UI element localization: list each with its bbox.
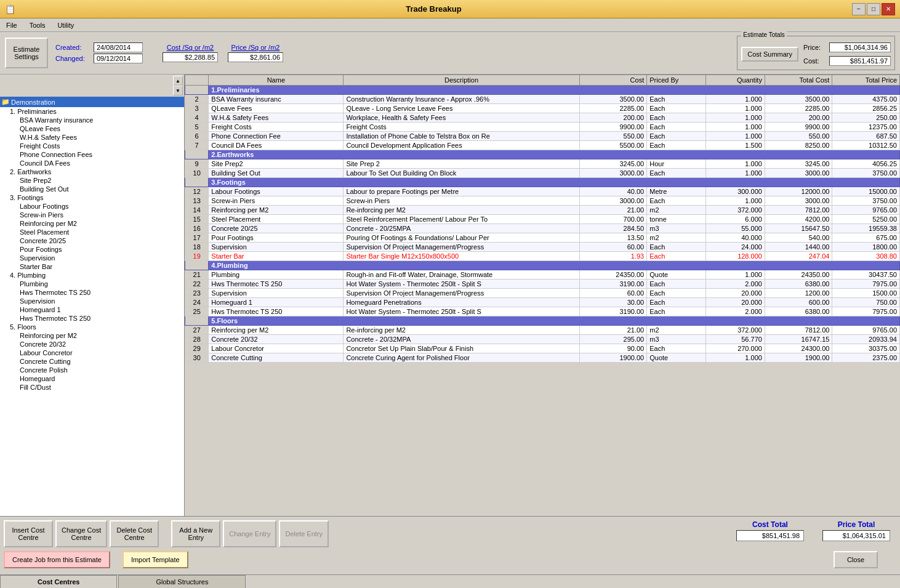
table-row[interactable]: 19559.38 (832, 224, 900, 233)
table-row[interactable]: 29 (185, 344, 209, 353)
cost-total-value[interactable] (736, 530, 804, 541)
table-row[interactable]: Steel Placement (209, 215, 344, 224)
table-row[interactable]: Each (647, 280, 706, 289)
table-row[interactable]: m2 (647, 206, 706, 215)
table-row[interactable]: Supervision (209, 289, 344, 298)
table-row[interactable]: 12000.00 (765, 187, 832, 196)
table-row[interactable]: 3000.00 (579, 169, 647, 178)
table-row[interactable]: 13.50 (579, 233, 647, 243)
table-row[interactable]: Each (647, 123, 706, 132)
table-row[interactable]: 1.000 (706, 113, 765, 123)
table-row[interactable]: Hot Water System - Thermotec 250lt - Spl… (344, 307, 579, 316)
table-row[interactable]: Site Prep 2 (344, 159, 579, 169)
table-row[interactable]: Concrete 20/32 (209, 335, 344, 344)
table-row[interactable]: 372.000 (706, 326, 765, 335)
table-row[interactable]: 25 (185, 307, 209, 316)
table-row[interactable]: 9900.00 (579, 123, 647, 132)
table-row[interactable]: 3000.00 (579, 196, 647, 206)
list-item[interactable]: Labour Footings (0, 202, 184, 211)
changed-input[interactable] (94, 54, 143, 63)
table-row[interactable]: 55.000 (706, 224, 765, 233)
list-item[interactable]: Concrete Cutting (0, 357, 184, 366)
tree-item-floors[interactable]: 5. Floors (0, 323, 184, 331)
table-row[interactable]: 3245.00 (765, 159, 832, 169)
table-row[interactable]: 1200.00 (765, 289, 832, 298)
table-row[interactable]: 60.00 (579, 289, 647, 298)
table-row[interactable]: 9900.00 (765, 123, 832, 132)
table-row[interactable]: Reinforcing per M2 (209, 326, 344, 335)
table-row[interactable]: Pour Footings (209, 233, 344, 243)
table-row[interactable]: 2285.00 (579, 104, 647, 113)
add-new-entry-button[interactable]: Add a New Entry (171, 520, 220, 547)
table-row[interactable]: 9 (185, 159, 209, 169)
minimize-button[interactable]: − (852, 3, 866, 15)
table-row[interactable]: 14 (185, 206, 209, 215)
created-input[interactable] (94, 42, 143, 52)
table-row[interactable]: 15 (185, 215, 209, 224)
table-row[interactable]: 4 (185, 113, 209, 123)
table-row[interactable]: 2285.00 (765, 104, 832, 113)
table-row[interactable]: 308.80 (832, 252, 900, 261)
table-row[interactable]: 3 (185, 104, 209, 113)
table-row[interactable]: 12 (185, 187, 209, 196)
list-item[interactable]: Fill C/Dust (0, 383, 184, 392)
table-row[interactable]: Each (647, 95, 706, 104)
table-row[interactable]: 17 (185, 233, 209, 243)
menu-tools[interactable]: Tools (26, 20, 49, 30)
table-row[interactable]: Freight Costs (209, 123, 344, 132)
tree-root-item[interactable]: 📁 Demonstration (0, 97, 184, 107)
create-job-button[interactable]: Create Job from this Estimate (4, 551, 110, 568)
table-row[interactable]: Hour (647, 159, 706, 169)
table-row[interactable]: Each (647, 243, 706, 252)
table-row[interactable]: 600.00 (765, 298, 832, 307)
table-row[interactable]: 24350.00 (765, 270, 832, 280)
table-row[interactable]: 750.00 (832, 298, 900, 307)
table-row[interactable]: 5 (185, 123, 209, 132)
close-window-button[interactable]: ✕ (882, 3, 895, 15)
table-row[interactable]: 3190.00 (579, 307, 647, 316)
list-item[interactable]: Building Set Out (0, 185, 184, 193)
table-row[interactable]: Metre (647, 187, 706, 196)
tab-global-structures[interactable]: Global Structures (118, 575, 246, 588)
list-item[interactable]: Steel Placement (0, 228, 184, 236)
table-row[interactable]: 9765.00 (832, 206, 900, 215)
table-row[interactable]: 23 (185, 289, 209, 298)
table-row[interactable]: 540.00 (765, 233, 832, 243)
table-row[interactable]: 1.000 (706, 169, 765, 178)
table-row[interactable]: 6 (185, 132, 209, 141)
table-row[interactable]: m2 (647, 233, 706, 243)
change-entry-button[interactable]: Change Entry (223, 520, 276, 547)
list-item[interactable]: Supervision (0, 297, 184, 305)
tab-cost-centres[interactable]: Cost Centres (0, 575, 117, 588)
table-row[interactable]: Re-inforcing per M2 (344, 206, 579, 215)
table-row[interactable]: 1900.00 (579, 353, 647, 363)
table-row[interactable]: Screw-in Piers (344, 196, 579, 206)
table-row[interactable]: 3245.00 (579, 159, 647, 169)
table-row[interactable]: 12375.00 (832, 123, 900, 132)
close-button[interactable]: Close (834, 551, 878, 568)
table-row[interactable]: 1800.00 (832, 243, 900, 252)
table-row[interactable]: 687.50 (832, 132, 900, 141)
table-row[interactable]: 30.00 (579, 298, 647, 307)
table-row[interactable]: 24 (185, 298, 209, 307)
table-row[interactable]: 1.93 (579, 252, 647, 261)
table-row[interactable]: m2 (647, 326, 706, 335)
table-row[interactable]: Homeguard Penetrations (344, 298, 579, 307)
list-item[interactable]: Labour Concretor (0, 348, 184, 357)
table-row[interactable]: 4200.00 (765, 215, 832, 224)
table-row[interactable]: 1900.00 (765, 353, 832, 363)
table-row[interactable]: Construction Warranty Insurance - Approx… (344, 95, 579, 104)
table-row[interactable]: 2.000 (706, 307, 765, 316)
tree-item-plumbing[interactable]: 4. Plumbing (0, 271, 184, 280)
table-row[interactable]: 3750.00 (832, 196, 900, 206)
table-row[interactable]: Labour Concretor (209, 344, 344, 353)
table-row[interactable]: Pouring Of Footings & Foundations/ Labou… (344, 233, 579, 243)
table-row[interactable]: Quote (647, 270, 706, 280)
table-row[interactable]: 6380.00 (765, 307, 832, 316)
list-item[interactable]: Screw-in Piers (0, 211, 184, 219)
table-row[interactable]: Homeguard 1 (209, 298, 344, 307)
table-row[interactable]: 1.000 (706, 353, 765, 363)
cost-total-input[interactable] (829, 56, 891, 66)
table-row[interactable]: 24.000 (706, 243, 765, 252)
table-row[interactable]: Concrete - 20/32MPA (344, 335, 579, 344)
